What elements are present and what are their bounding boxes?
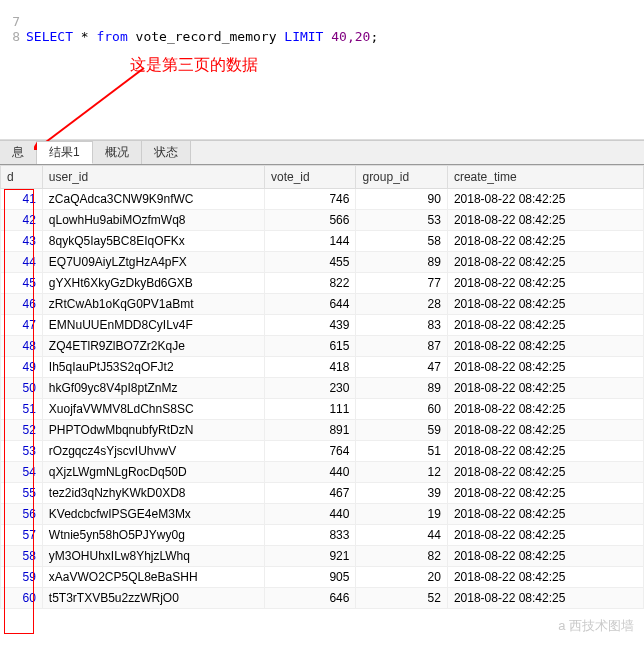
cell-d: 56 <box>1 504 43 525</box>
cell-vote-id: 646 <box>264 588 355 609</box>
table-row[interactable]: 47EMNuUUEnMDD8CyILv4F439832018-08-22 08:… <box>1 315 644 336</box>
header-create-time[interactable]: create_time <box>447 166 643 189</box>
table-row[interactable]: 50hkGf09yc8V4pI8ptZnMz230892018-08-22 08… <box>1 378 644 399</box>
table-row[interactable]: 51XuojfaVWMV8LdChnS8SC111602018-08-22 08… <box>1 399 644 420</box>
cell-create-time: 2018-08-22 08:42:25 <box>447 378 643 399</box>
cell-group-id: 47 <box>356 357 447 378</box>
cell-create-time: 2018-08-22 08:42:25 <box>447 336 643 357</box>
cell-vote-id: 439 <box>264 315 355 336</box>
cell-d: 60 <box>1 588 43 609</box>
header-group-id[interactable]: group_id <box>356 166 447 189</box>
cell-create-time: 2018-08-22 08:42:25 <box>447 357 643 378</box>
header-user-id[interactable]: user_id <box>42 166 264 189</box>
result-grid[interactable]: d user_id vote_id group_id create_time 4… <box>0 165 644 609</box>
table-row[interactable]: 57Wtnie5yn58hO5PJYwy0g833442018-08-22 08… <box>1 525 644 546</box>
table-row[interactable]: 53rOzgqcz4sYjscvIUhvwV764512018-08-22 08… <box>1 441 644 462</box>
cell-vote-id: 144 <box>264 231 355 252</box>
cell-user-id: PHPTOdwMbqnubfyRtDzN <box>42 420 264 441</box>
cell-group-id: 28 <box>356 294 447 315</box>
cell-create-time: 2018-08-22 08:42:25 <box>447 294 643 315</box>
cell-user-id: EMNuUUEnMDD8CyILv4F <box>42 315 264 336</box>
table-row[interactable]: 59xAaVWO2CP5QL8eBaSHH905202018-08-22 08:… <box>1 567 644 588</box>
table-row[interactable]: 42qLowhHu9abiMOzfmWq8566532018-08-22 08:… <box>1 210 644 231</box>
cell-create-time: 2018-08-22 08:42:25 <box>447 210 643 231</box>
svg-line-0 <box>38 68 144 148</box>
cell-user-id: qXjzLWgmNLgRocDq50D <box>42 462 264 483</box>
cell-group-id: 12 <box>356 462 447 483</box>
table-row[interactable]: 56KVedcbcfwIPSGE4eM3Mx440192018-08-22 08… <box>1 504 644 525</box>
cell-d: 47 <box>1 315 43 336</box>
table-row[interactable]: 45gYXHt6XkyGzDkyBd6GXB822772018-08-22 08… <box>1 273 644 294</box>
table-row[interactable]: 49Ih5qIauPtJ53S2qOFJt2418472018-08-22 08… <box>1 357 644 378</box>
cell-user-id: xAaVWO2CP5QL8eBaSHH <box>42 567 264 588</box>
cell-vote-id: 566 <box>264 210 355 231</box>
cell-user-id: tez2id3qNzhyKWkD0XD8 <box>42 483 264 504</box>
cell-vote-id: 455 <box>264 252 355 273</box>
cell-user-id: XuojfaVWMV8LdChnS8SC <box>42 399 264 420</box>
cell-create-time: 2018-08-22 08:42:25 <box>447 441 643 462</box>
cell-vote-id: 746 <box>264 189 355 210</box>
cell-vote-id: 615 <box>264 336 355 357</box>
cell-group-id: 89 <box>356 378 447 399</box>
cell-d: 53 <box>1 441 43 462</box>
table-row[interactable]: 55tez2id3qNzhyKWkD0XD8467392018-08-22 08… <box>1 483 644 504</box>
table-row[interactable]: 52PHPTOdwMbqnubfyRtDzN891592018-08-22 08… <box>1 420 644 441</box>
cell-group-id: 39 <box>356 483 447 504</box>
cell-user-id: KVedcbcfwIPSGE4eM3Mx <box>42 504 264 525</box>
cell-d: 55 <box>1 483 43 504</box>
cell-group-id: 83 <box>356 315 447 336</box>
cell-create-time: 2018-08-22 08:42:25 <box>447 189 643 210</box>
cell-vote-id: 440 <box>264 504 355 525</box>
cell-group-id: 60 <box>356 399 447 420</box>
watermark-text: a 西技术图墙 <box>558 617 634 635</box>
cell-user-id: 8qykQ5Iay5BC8EIqOFKx <box>42 231 264 252</box>
table-row[interactable]: 60t5T3rTXVB5u2zzWRjO0646522018-08-22 08:… <box>1 588 644 609</box>
cell-group-id: 89 <box>356 252 447 273</box>
cell-group-id: 52 <box>356 588 447 609</box>
cell-user-id: t5T3rTXVB5u2zzWRjO0 <box>42 588 264 609</box>
tab-status[interactable]: 状态 <box>142 141 191 164</box>
cell-create-time: 2018-08-22 08:42:25 <box>447 525 643 546</box>
table-row[interactable]: 438qykQ5Iay5BC8EIqOFKx144582018-08-22 08… <box>1 231 644 252</box>
table-row[interactable]: 54qXjzLWgmNLgRocDq50D440122018-08-22 08:… <box>1 462 644 483</box>
tab-info[interactable]: 息 <box>0 141 37 164</box>
sql-editor[interactable]: 7 8 SELECT * from vote_record_memory LIM… <box>0 0 644 140</box>
header-vote-id[interactable]: vote_id <box>264 166 355 189</box>
cell-d: 44 <box>1 252 43 273</box>
cell-user-id: yM3OHUhxILw8YhjzLWhq <box>42 546 264 567</box>
table-row[interactable]: 58yM3OHUhxILw8YhjzLWhq921822018-08-22 08… <box>1 546 644 567</box>
cell-create-time: 2018-08-22 08:42:25 <box>447 504 643 525</box>
line-number: 7 <box>8 14 26 29</box>
table-row[interactable]: 41zCaQAdca3CNW9K9nfWC746902018-08-22 08:… <box>1 189 644 210</box>
cell-group-id: 58 <box>356 231 447 252</box>
cell-d: 57 <box>1 525 43 546</box>
cell-d: 52 <box>1 420 43 441</box>
cell-create-time: 2018-08-22 08:42:25 <box>447 231 643 252</box>
cell-user-id: zCaQAdca3CNW9K9nfWC <box>42 189 264 210</box>
table-row[interactable]: 44EQ7U09AiyLZtgHzA4pFX455892018-08-22 08… <box>1 252 644 273</box>
cell-create-time: 2018-08-22 08:42:25 <box>447 588 643 609</box>
cell-d: 54 <box>1 462 43 483</box>
cell-d: 51 <box>1 399 43 420</box>
cell-d: 46 <box>1 294 43 315</box>
cell-create-time: 2018-08-22 08:42:25 <box>447 546 643 567</box>
cell-group-id: 77 <box>356 273 447 294</box>
cell-group-id: 53 <box>356 210 447 231</box>
cell-create-time: 2018-08-22 08:42:25 <box>447 462 643 483</box>
result-tabs: 息 结果1 概况 状态 <box>0 140 644 165</box>
table-row[interactable]: 48ZQ4ETlR9ZlBO7Zr2KqJe615872018-08-22 08… <box>1 336 644 357</box>
cell-vote-id: 833 <box>264 525 355 546</box>
table-row[interactable]: 46zRtCwAb1oKqG0PV1aBmt644282018-08-22 08… <box>1 294 644 315</box>
tab-result1[interactable]: 结果1 <box>37 141 93 164</box>
cell-create-time: 2018-08-22 08:42:25 <box>447 420 643 441</box>
cell-vote-id: 644 <box>264 294 355 315</box>
header-d[interactable]: d <box>1 166 43 189</box>
cell-user-id: EQ7U09AiyLZtgHzA4pFX <box>42 252 264 273</box>
cell-d: 58 <box>1 546 43 567</box>
cell-d: 50 <box>1 378 43 399</box>
cell-d: 42 <box>1 210 43 231</box>
cell-user-id: hkGf09yc8V4pI8ptZnMz <box>42 378 264 399</box>
cell-d: 59 <box>1 567 43 588</box>
cell-user-id: Wtnie5yn58hO5PJYwy0g <box>42 525 264 546</box>
tab-profile[interactable]: 概况 <box>93 141 142 164</box>
